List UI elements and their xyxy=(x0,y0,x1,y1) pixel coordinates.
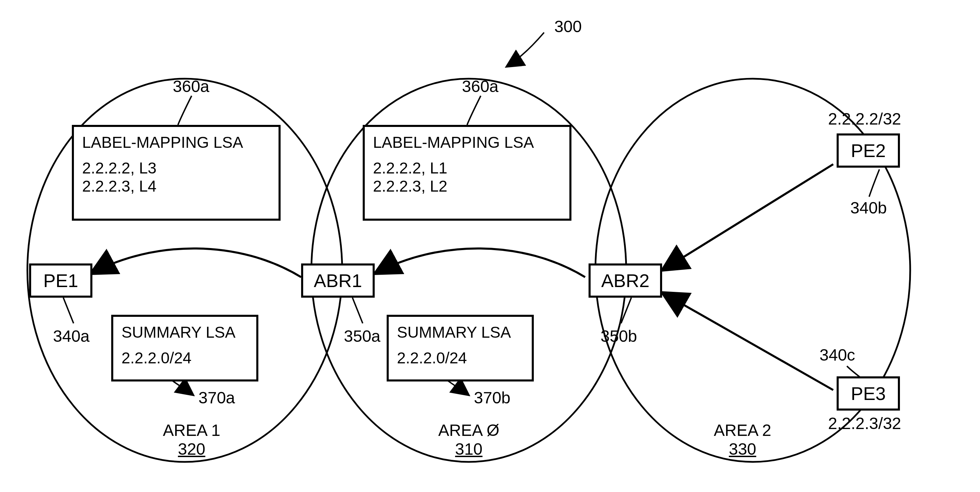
node-pe1: PE1 xyxy=(29,263,92,298)
summary-title: SUMMARY LSA xyxy=(121,323,248,341)
arrow-abr1-pe1 xyxy=(91,248,301,277)
leader-350b xyxy=(621,298,631,323)
leader-360a-mid xyxy=(467,96,481,125)
summary-prefix: 2.2.2.0/24 xyxy=(121,349,248,367)
area-1-name: AREA 1 xyxy=(163,421,220,439)
arrow-pe3-abr2 xyxy=(662,293,833,390)
area-0-label: AREA Ø 310 xyxy=(434,421,503,459)
ip-pe2: 2.2.2.2/32 xyxy=(828,110,901,128)
ref-370b: 370b xyxy=(474,389,511,407)
arrow-abr2-abr1 xyxy=(375,248,585,277)
leader-360a-left xyxy=(178,96,192,125)
area-0-name: AREA Ø xyxy=(438,421,500,439)
area-2-name: AREA 2 xyxy=(714,421,771,439)
lsa-title: LABEL-MAPPING LSA xyxy=(82,133,270,151)
leader-370a xyxy=(171,380,193,395)
summary-title: SUMMARY LSA xyxy=(397,323,523,341)
area-1-id: 320 xyxy=(158,439,226,459)
area-2-label: AREA 2 330 xyxy=(708,421,777,459)
ref-350a: 350a xyxy=(344,327,380,346)
node-abr2: ABR2 xyxy=(589,263,662,298)
lsa-title: LABEL-MAPPING LSA xyxy=(373,133,561,151)
ip-pe3: 2.2.2.3/32 xyxy=(828,414,901,433)
area-0-id: 310 xyxy=(434,439,503,459)
area-2-id: 330 xyxy=(708,439,777,459)
leader-370b xyxy=(447,380,469,395)
figure-id: 300 xyxy=(554,17,582,36)
lsa-line-1: 2.2.2.2, L3 xyxy=(82,159,270,177)
ref-360a-left: 360a xyxy=(173,77,209,96)
label-mapping-lsa-left: LABEL-MAPPING LSA 2.2.2.2, L3 2.2.2.3, L… xyxy=(72,125,281,221)
summary-lsa-left: SUMMARY LSA 2.2.2.0/24 xyxy=(111,315,258,382)
lsa-line-1: 2.2.2.2, L1 xyxy=(373,159,561,177)
node-pe3: PE3 xyxy=(837,376,900,411)
ref-350b: 350b xyxy=(601,327,637,346)
ref-340a: 340a xyxy=(53,327,90,346)
arrow-pe2-abr2 xyxy=(662,164,833,270)
diagram-stage: 300 360a 360a LABEL-MAPPING LSA 2.2.2.2,… xyxy=(0,0,980,492)
area-1-label: AREA 1 320 xyxy=(158,421,226,459)
ref-370a: 370a xyxy=(199,389,235,407)
summary-lsa-mid: SUMMARY LSA 2.2.2.0/24 xyxy=(387,315,534,382)
lsa-line-2: 2.2.2.3, L2 xyxy=(373,177,561,195)
ref-340c: 340c xyxy=(819,346,855,365)
leader-340b xyxy=(869,169,880,197)
leader-350a xyxy=(352,298,363,323)
figure-id-leader xyxy=(506,32,544,67)
node-pe2: PE2 xyxy=(837,134,900,168)
ref-360a-mid: 360a xyxy=(462,77,498,96)
ref-340b: 340b xyxy=(850,199,887,217)
lsa-line-2: 2.2.2.3, L4 xyxy=(82,177,270,195)
node-abr1: ABR1 xyxy=(301,263,375,298)
label-mapping-lsa-mid: LABEL-MAPPING LSA 2.2.2.2, L1 2.2.2.3, L… xyxy=(363,125,571,221)
leader-340a xyxy=(63,298,73,323)
summary-prefix: 2.2.2.0/24 xyxy=(397,349,523,367)
